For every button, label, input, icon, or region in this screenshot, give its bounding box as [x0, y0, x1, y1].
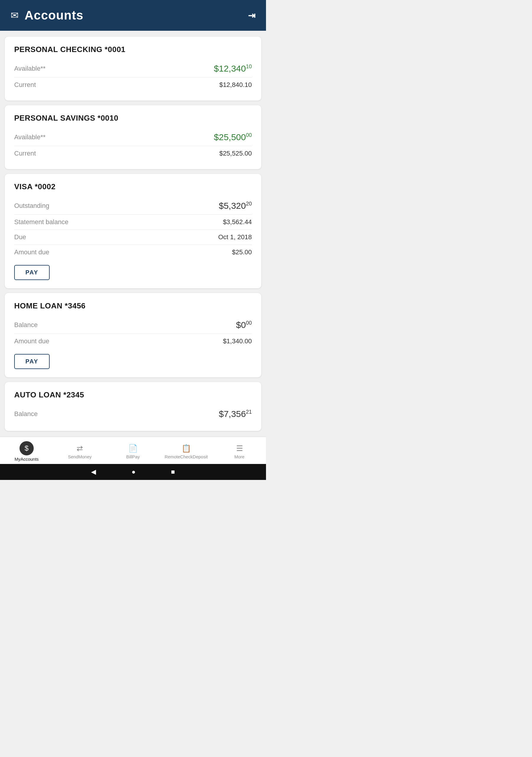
row-value-balance: $000 [236, 320, 252, 330]
nav-remote-deposit[interactable]: 📋 RemoteCheckDeposit [160, 444, 213, 459]
recent-button[interactable]: ■ [171, 468, 175, 476]
row-label: Current [14, 150, 36, 157]
account-name: PERSONAL CHECKING *0001 [14, 45, 252, 54]
nav-more[interactable]: ☰ More [213, 444, 266, 459]
row-value-balance: $7,35621 [219, 409, 252, 419]
row-label: Current [14, 81, 36, 89]
dollar-circle-icon: $ [19, 441, 34, 455]
row-label: Statement balance [14, 218, 68, 226]
nav-my-accounts[interactable]: $ MyAccounts [0, 441, 53, 462]
account-card-personal-checking[interactable]: PERSONAL CHECKING *0001 Available** $12,… [5, 37, 261, 101]
bill-icon: 📄 [128, 444, 138, 453]
nav-send-money[interactable]: ⇄ SendMoney [53, 444, 106, 459]
menu-icon: ☰ [236, 444, 243, 453]
account-row-balance: Balance $000 [14, 317, 252, 334]
account-name: HOME LOAN *3456 [14, 301, 252, 311]
row-value-statement: $3,562.44 [223, 218, 252, 226]
logout-icon[interactable] [248, 10, 255, 21]
account-row-due: Due Oct 1, 2018 [14, 230, 252, 245]
row-label: Balance [14, 410, 38, 418]
page-title: Accounts [24, 8, 83, 22]
check-icon: 📋 [182, 444, 191, 453]
nav-label-remote-deposit: RemoteCheckDeposit [164, 454, 208, 459]
row-value-available: $25,50000 [214, 132, 252, 142]
row-label: Outstanding [14, 202, 49, 210]
account-row-amount-due: Amount due $25.00 [14, 245, 252, 259]
row-label: Due [14, 233, 26, 241]
row-label: Amount due [14, 337, 49, 345]
account-name: PERSONAL SAVINGS *0010 [14, 113, 252, 123]
nav-bill-pay[interactable]: 📄 BillPay [106, 444, 160, 459]
account-card-visa[interactable]: VISA *0002 Outstanding $5,32020 Statemen… [5, 174, 261, 288]
account-row-current: Current $25,525.00 [14, 146, 252, 161]
account-row-statement: Statement balance $3,562.44 [14, 215, 252, 230]
row-value-due-date: Oct 1, 2018 [218, 233, 252, 241]
account-row-balance: Balance $7,35621 [14, 406, 252, 423]
nav-label-more: More [234, 454, 245, 459]
header-left: Accounts [11, 8, 83, 22]
account-card-home-loan[interactable]: HOME LOAN *3456 Balance $000 Amount due … [5, 293, 261, 377]
row-label: Balance [14, 321, 38, 329]
row-value-current: $25,525.00 [219, 150, 252, 157]
account-row-current: Current $12,840.10 [14, 77, 252, 92]
account-row-outstanding: Outstanding $5,32020 [14, 197, 252, 215]
account-card-personal-savings[interactable]: PERSONAL SAVINGS *0010 Available** $25,5… [5, 105, 261, 169]
nav-label-send-money: SendMoney [68, 454, 92, 459]
nav-label-bill-pay: BillPay [126, 454, 140, 459]
row-value-current: $12,840.10 [219, 81, 252, 89]
transfer-icon: ⇄ [76, 444, 83, 453]
home-loan-pay-button[interactable]: PAY [14, 354, 50, 369]
envelope-icon [11, 10, 18, 21]
row-label: Available** [14, 65, 45, 73]
row-value-amount-due: $1,340.00 [223, 337, 252, 345]
accounts-list: PERSONAL CHECKING *0001 Available** $12,… [0, 31, 266, 437]
row-label: Available** [14, 133, 45, 141]
visa-pay-button[interactable]: PAY [14, 265, 50, 280]
account-row-available: Available** $12,34010 [14, 60, 252, 77]
app-header: Accounts [0, 0, 266, 31]
nav-label-my-accounts: MyAccounts [15, 457, 39, 462]
android-navigation-bar: ◀ ● ■ [0, 464, 266, 480]
row-value-available: $12,34010 [214, 64, 252, 74]
account-row-amount-due: Amount due $1,340.00 [14, 334, 252, 348]
row-value-amount-due: $25.00 [232, 248, 252, 256]
account-name: VISA *0002 [14, 182, 252, 191]
account-name: AUTO LOAN *2345 [14, 390, 252, 400]
home-button[interactable]: ● [132, 468, 135, 476]
back-button[interactable]: ◀ [91, 468, 96, 476]
bottom-navigation: $ MyAccounts ⇄ SendMoney 📄 BillPay 📋 Rem… [0, 437, 266, 464]
account-card-auto-loan[interactable]: AUTO LOAN *2345 Balance $7,35621 [5, 382, 261, 431]
account-row-available: Available** $25,50000 [14, 129, 252, 146]
row-value-outstanding: $5,32020 [219, 201, 252, 211]
row-label: Amount due [14, 248, 49, 256]
